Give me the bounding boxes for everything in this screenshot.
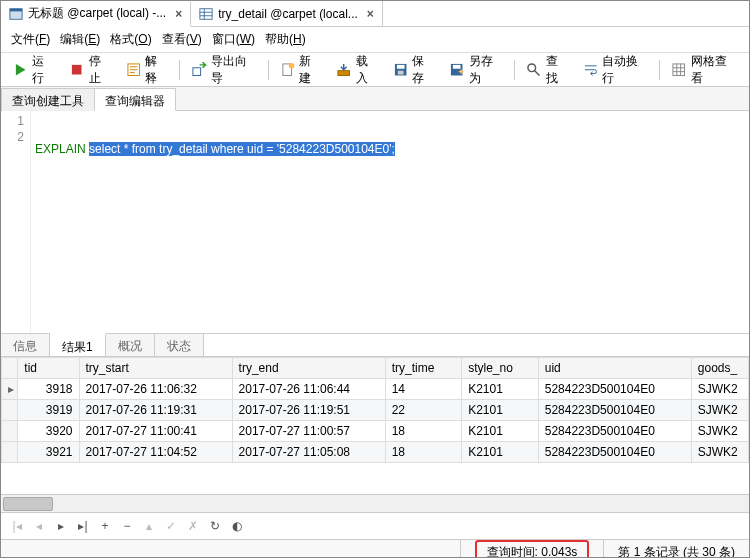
cell-try_end[interactable]: 2017-07-26 11:06:44 xyxy=(232,379,385,400)
col-try-start[interactable]: try_start xyxy=(79,358,232,379)
row-selector[interactable] xyxy=(2,421,18,442)
cell-try_start[interactable]: 2017-07-27 11:04:52 xyxy=(79,442,232,463)
table-row[interactable]: 39212017-07-27 11:04:522017-07-27 11:05:… xyxy=(2,442,749,463)
tab-query-builder[interactable]: 查询创建工具 xyxy=(1,88,95,111)
cell-goods_[interactable]: SJWK2 xyxy=(691,400,748,421)
run-button[interactable]: 运行 xyxy=(7,49,61,91)
row-selector[interactable] xyxy=(2,442,18,463)
close-icon[interactable]: × xyxy=(367,7,374,21)
cell-try_end[interactable]: 2017-07-27 11:05:08 xyxy=(232,442,385,463)
refresh-button[interactable]: ↻ xyxy=(207,519,223,533)
menu-window[interactable]: 窗口(W) xyxy=(208,29,259,50)
close-icon[interactable]: × xyxy=(175,7,182,21)
cell-try_end[interactable]: 2017-07-26 11:19:51 xyxy=(232,400,385,421)
cell-tid[interactable]: 3918 xyxy=(18,379,79,400)
row-selector[interactable] xyxy=(2,400,18,421)
menu-file[interactable]: 文件(F) xyxy=(7,29,54,50)
add-record-button[interactable]: + xyxy=(97,519,113,533)
new-icon xyxy=(280,62,295,78)
next-record-button[interactable]: ▸ xyxy=(53,519,69,533)
result-grid-container[interactable]: tid try_start try_end try_time style_no … xyxy=(1,357,749,495)
delete-record-button[interactable]: − xyxy=(119,519,135,533)
table-row[interactable]: 39192017-07-26 11:19:312017-07-26 11:19:… xyxy=(2,400,749,421)
separator xyxy=(179,60,180,80)
edit-record-button[interactable]: ▴ xyxy=(141,519,157,533)
explain-icon xyxy=(126,62,141,78)
doc-tab-1[interactable]: try_detail @carpet (local... × xyxy=(191,1,383,26)
prev-record-button[interactable]: ◂ xyxy=(31,519,47,533)
cell-goods_[interactable]: SJWK2 xyxy=(691,379,748,400)
play-icon xyxy=(13,62,28,78)
line-gutter: 1 2 xyxy=(1,111,31,333)
document-tabs: 无标题 @carpet (local) -... × try_detail @c… xyxy=(1,1,749,27)
find-button[interactable]: 查找 xyxy=(520,49,574,91)
tab-status[interactable]: 状态 xyxy=(155,334,204,356)
sql-editor[interactable]: 1 2 EXPLAIN select * from try_detail whe… xyxy=(1,111,749,333)
cell-style_no[interactable]: K2101 xyxy=(462,442,539,463)
first-record-button[interactable]: |◂ xyxy=(9,519,25,533)
table-row[interactable]: 39202017-07-27 11:00:412017-07-27 11:00:… xyxy=(2,421,749,442)
menu-edit[interactable]: 编辑(E) xyxy=(56,29,104,50)
col-tid[interactable]: tid xyxy=(18,358,79,379)
new-button[interactable]: 新建 xyxy=(274,49,328,91)
cell-try_start[interactable]: 2017-07-26 11:06:32 xyxy=(79,379,232,400)
cell-try_start[interactable]: 2017-07-27 11:00:41 xyxy=(79,421,232,442)
tab-query-editor[interactable]: 查询编辑器 xyxy=(94,88,176,111)
cell-tid[interactable]: 3921 xyxy=(18,442,79,463)
stop-button[interactable]: 停止 xyxy=(63,49,117,91)
explain-button[interactable]: 解释 xyxy=(120,49,174,91)
load-button[interactable]: 载入 xyxy=(330,49,384,91)
menu-format[interactable]: 格式(O) xyxy=(106,29,155,50)
cell-tid[interactable]: 3919 xyxy=(18,400,79,421)
col-goods[interactable]: goods_ xyxy=(691,358,748,379)
svg-rect-23 xyxy=(673,64,685,76)
separator xyxy=(514,60,515,80)
apply-button[interactable]: ✓ xyxy=(163,519,179,533)
status-bar: 查询时间: 0.043s 第 1 条记录 (共 30 条) xyxy=(1,539,749,558)
scrollbar-thumb[interactable] xyxy=(3,497,53,511)
cell-tid[interactable]: 3920 xyxy=(18,421,79,442)
stop-fetch-button[interactable]: ◐ xyxy=(229,519,245,533)
col-try-end[interactable]: try_end xyxy=(232,358,385,379)
cell-try_end[interactable]: 2017-07-27 11:00:57 xyxy=(232,421,385,442)
cell-goods_[interactable]: SJWK2 xyxy=(691,421,748,442)
tab-messages[interactable]: 信息 xyxy=(1,334,50,356)
cell-style_no[interactable]: K2101 xyxy=(462,379,539,400)
cell-uid[interactable]: 5284223D500104E0 xyxy=(538,379,691,400)
wrap-button[interactable]: 自动换行 xyxy=(577,49,655,91)
save-as-icon xyxy=(449,62,464,78)
save-as-button[interactable]: 另存为 xyxy=(443,49,509,91)
export-wizard-button[interactable]: 导出向导 xyxy=(185,49,263,91)
cell-style_no[interactable]: K2101 xyxy=(462,400,539,421)
cell-try_time[interactable]: 14 xyxy=(385,379,462,400)
cell-goods_[interactable]: SJWK2 xyxy=(691,442,748,463)
row-selector-header[interactable] xyxy=(2,358,18,379)
cell-uid[interactable]: 5284223D500104E0 xyxy=(538,400,691,421)
menu-help[interactable]: 帮助(H) xyxy=(261,29,310,50)
cell-try_start[interactable]: 2017-07-26 11:19:31 xyxy=(79,400,232,421)
tab-profile[interactable]: 概况 xyxy=(106,334,155,356)
horizontal-scrollbar[interactable] xyxy=(1,495,749,513)
tab-result1[interactable]: 结果1 xyxy=(50,333,106,356)
cell-try_time[interactable]: 18 xyxy=(385,442,462,463)
grid-view-button[interactable]: 网格查看 xyxy=(665,49,743,91)
search-icon xyxy=(526,62,541,78)
col-style-no[interactable]: style_no xyxy=(462,358,539,379)
row-selector[interactable]: ▸ xyxy=(2,379,18,400)
cell-uid[interactable]: 5284223D500104E0 xyxy=(538,442,691,463)
result-grid: tid try_start try_end try_time style_no … xyxy=(1,357,749,463)
cell-try_time[interactable]: 18 xyxy=(385,421,462,442)
menu-view[interactable]: 查看(V) xyxy=(158,29,206,50)
svg-rect-18 xyxy=(398,70,404,74)
last-record-button[interactable]: ▸| xyxy=(75,519,91,533)
col-uid[interactable]: uid xyxy=(538,358,691,379)
cell-style_no[interactable]: K2101 xyxy=(462,421,539,442)
doc-tab-0[interactable]: 无标题 @carpet (local) -... × xyxy=(1,2,191,27)
cancel-button[interactable]: ✗ xyxy=(185,519,201,533)
code-area[interactable]: EXPLAIN select * from try_detail where u… xyxy=(31,111,749,333)
cell-uid[interactable]: 5284223D500104E0 xyxy=(538,421,691,442)
table-row[interactable]: ▸39182017-07-26 11:06:322017-07-26 11:06… xyxy=(2,379,749,400)
save-button[interactable]: 保存 xyxy=(387,49,441,91)
col-try-time[interactable]: try_time xyxy=(385,358,462,379)
cell-try_time[interactable]: 22 xyxy=(385,400,462,421)
